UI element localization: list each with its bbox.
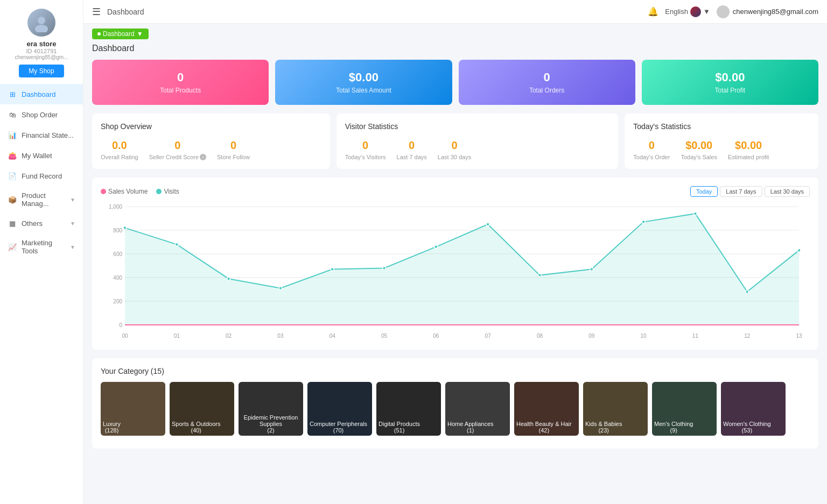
stat-label-total-sales: Total Sales Amount — [336, 87, 391, 94]
shop-overview-panel: Shop Overview 0.0 Overall Rating 0 Selle… — [92, 113, 330, 169]
stat-value-total-sales: $0.00 — [349, 70, 379, 84]
metric-today-sales: $0.00 Today's Sales — [681, 139, 717, 160]
category-label-kids-babies: Kids & Babies(23) — [583, 418, 624, 436]
metric-overall-rating: 0.0 Overall Rating — [101, 139, 138, 160]
main-content: ☰ Dashboard 🔔 English ▼ chenwenjing85@gm… — [83, 0, 827, 504]
sidebar-item-label: Product Manag... — [22, 191, 66, 208]
chart-btn-last-7-days[interactable]: Last 7 days — [720, 186, 762, 197]
chart-btn-today[interactable]: Today — [690, 186, 718, 197]
stat-label-total-profit: Total Profit — [715, 87, 746, 94]
chart-buttons: TodayLast 7 daysLast 30 days — [690, 186, 810, 197]
category-card-digital-products[interactable]: Digital Products(51) — [376, 382, 441, 436]
stat-card-total-orders: 0 Total Orders — [459, 60, 635, 105]
metric-value-seller-credit: 0 — [149, 139, 206, 152]
category-label-computer-peripherals: Computer Peripherals(70) — [307, 418, 369, 436]
category-card-health-beauty-hair[interactable]: Health Beauty & Hair(42) — [514, 382, 579, 436]
visitor-stats-panel: Visitor Statistics 0 Today's Visitors 0 … — [337, 113, 619, 169]
metric-label-estimated-profit: Estimated profit — [728, 154, 769, 160]
sidebar-item-others[interactable]: ▦ Others ▼ — [0, 213, 83, 233]
category-card-home-appliances[interactable]: Home Appliances(1) — [445, 382, 510, 436]
category-label-luxury: Luxury(128) — [101, 418, 123, 436]
chart-btn-last-30-days[interactable]: Last 30 days — [765, 186, 810, 197]
metric-value-last-30-days: 0 — [438, 139, 471, 152]
stat-card-total-sales: $0.00 Total Sales Amount — [275, 60, 452, 105]
metric-last-30-days: 0 Last 30 days — [438, 139, 471, 160]
legend-sales-volume: Sales Volume — [101, 188, 148, 195]
breadcrumb-chevron-icon: ▼ — [137, 30, 143, 38]
metric-value-today-sales: $0.00 — [681, 139, 717, 152]
bar-chart-icon: 📊 — [8, 130, 17, 140]
sidebar-item-marketing-tools[interactable]: 📈 Marketing Tools ▼ — [0, 233, 83, 260]
category-card-luxury[interactable]: Luxury(128) — [101, 382, 165, 436]
category-card-mens-clothing[interactable]: Men's Clothing(9) — [652, 382, 717, 436]
category-scroll: Luxury(128) Sports & Outdoors(40) Epidem… — [101, 382, 810, 440]
overview-row: Shop Overview 0.0 Overall Rating 0 Selle… — [92, 113, 818, 169]
sidebar-item-label: Shop Order — [22, 111, 58, 119]
shopping-bag-icon: 🛍 — [8, 110, 17, 119]
topbar-right: 🔔 English ▼ chenwenjing85@gmail.com — [648, 5, 818, 18]
bar-chart-2-icon: 📈 — [8, 242, 17, 252]
metric-label-store-follow: Store Follow — [217, 154, 250, 160]
metric-value-overall-rating: 0.0 — [101, 139, 138, 152]
user-avatar — [717, 5, 730, 18]
metric-label-today-visitors: Today's Visitors — [345, 154, 386, 160]
metric-today-visitors: 0 Today's Visitors — [345, 139, 386, 160]
dashboard-content: Dashboard 0 Total Products $0.00 Total S… — [83, 44, 827, 457]
chevron-icon: ▼ — [70, 221, 75, 226]
chart-legend: Sales Volume Visits — [101, 188, 179, 195]
metric-seller-credit: 0 Seller Credit Score i — [149, 139, 206, 160]
metric-value-estimated-profit: $0.00 — [728, 139, 769, 152]
sidebar-item-my-wallet[interactable]: 👛 My Wallet — [0, 145, 83, 166]
category-section: Your Category (15) Luxury(128) Sports & … — [92, 358, 818, 449]
stat-label-total-orders: Total Orders — [529, 87, 564, 94]
chevron-icon: ▼ — [70, 244, 75, 250]
sidebar-item-shop-order[interactable]: 🛍 Shop Order — [0, 104, 83, 125]
sidebar-item-label: Financial State... — [22, 131, 74, 139]
stat-value-total-orders: 0 — [544, 70, 550, 84]
metric-store-follow: 0 Store Follow — [217, 139, 250, 160]
today-stats-metrics: 0 Today's Order $0.00 Today's Sales $0.0… — [633, 139, 810, 160]
metric-today-order: 0 Today's Order — [633, 139, 670, 160]
stat-card-total-profit: $0.00 Total Profit — [642, 60, 818, 105]
sidebar-item-label: Marketing Tools — [22, 239, 66, 255]
metric-label-today-sales: Today's Sales — [681, 154, 717, 160]
stat-card-total-products: 0 Total Products — [92, 60, 269, 105]
sidebar-item-fund-record[interactable]: 📄 Fund Record — [0, 166, 83, 186]
visitor-stats-title: Visitor Statistics — [345, 122, 610, 131]
metric-value-last-7-days: 0 — [397, 139, 427, 152]
language-selector[interactable]: English ▼ — [665, 6, 710, 17]
stats-cards: 0 Total Products $0.00 Total Sales Amoun… — [92, 60, 818, 105]
breadcrumb[interactable]: Dashboard ▼ — [92, 29, 149, 39]
metric-last-7-days: 0 Last 7 days — [397, 139, 427, 160]
category-card-kids-babies[interactable]: Kids & Babies(23) — [583, 382, 648, 436]
topbar: ☰ Dashboard 🔔 English ▼ chenwenjing85@gm… — [83, 0, 827, 24]
info-icon: i — [200, 154, 206, 160]
wallet-icon: 👛 — [8, 151, 17, 160]
sidebar-item-dashboard[interactable]: ⊞ Dashboard — [0, 84, 83, 104]
flag-icon — [690, 6, 701, 17]
grid-icon: ⊞ — [8, 89, 17, 99]
bell-icon[interactable]: 🔔 — [648, 6, 658, 17]
category-card-sports-outdoors[interactable]: Sports & Outdoors(40) — [170, 382, 234, 436]
legend-sales-label: Sales Volume — [108, 188, 148, 195]
category-card-epidemic-prevention[interactable]: Epidemic Prevention Supplies(2) — [239, 382, 303, 436]
svg-point-0 — [38, 17, 45, 24]
sidebar-item-financial-state[interactable]: 📊 Financial State... — [0, 125, 83, 145]
sidebar-item-product-manag[interactable]: 📦 Product Manag... ▼ — [0, 186, 83, 213]
my-shop-button[interactable]: My Shop — [19, 65, 64, 77]
sidebar-item-label: Dashboard — [22, 90, 56, 98]
metric-value-today-order: 0 — [633, 139, 670, 152]
category-card-womens-clothing[interactable]: Women's Clothing(53) — [721, 382, 786, 436]
store-id: ID 4012791 — [26, 48, 57, 54]
hamburger-icon[interactable]: ☰ — [92, 6, 101, 18]
category-title: Your Category (15) — [101, 367, 810, 375]
dashboard-title: Dashboard — [92, 44, 818, 53]
topbar-title: Dashboard — [107, 8, 641, 16]
svg-point-1 — [35, 25, 48, 32]
stat-value-total-products: 0 — [177, 70, 184, 84]
shop-overview-title: Shop Overview — [101, 122, 321, 131]
category-card-computer-peripherals[interactable]: Computer Peripherals(70) — [307, 382, 372, 436]
avatar — [27, 9, 55, 37]
legend-sales-icon — [101, 189, 106, 194]
category-label-mens-clothing: Men's Clothing(9) — [652, 418, 695, 436]
